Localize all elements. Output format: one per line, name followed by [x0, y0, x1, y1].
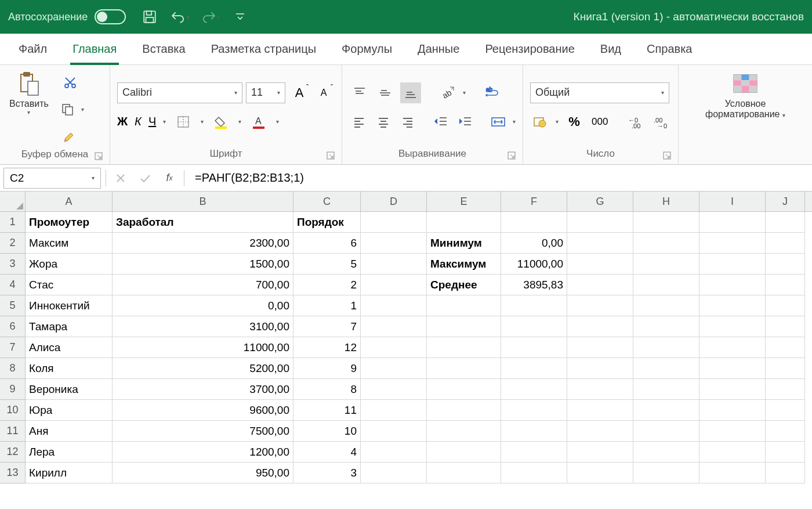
cell[interactable] [699, 400, 766, 421]
cell[interactable] [361, 295, 427, 316]
cell[interactable] [427, 212, 501, 233]
dialog-launcher-icon[interactable] [507, 151, 516, 160]
cell[interactable] [766, 233, 805, 254]
align-bottom-button[interactable] [400, 82, 421, 103]
merge-button[interactable] [488, 111, 508, 132]
cell[interactable] [567, 212, 633, 233]
cell[interactable]: 6 [293, 233, 361, 254]
cell[interactable] [501, 379, 567, 400]
row-header[interactable]: 8 [0, 358, 26, 379]
row-header[interactable]: 13 [0, 463, 26, 483]
cell[interactable] [633, 379, 699, 400]
row-header[interactable]: 11 [0, 421, 26, 442]
cell[interactable] [361, 212, 427, 233]
cell[interactable]: Заработал [113, 212, 293, 233]
cell[interactable] [427, 421, 501, 442]
cell[interactable] [501, 316, 567, 337]
accounting-format-button[interactable] [530, 111, 550, 132]
tab-главная[interactable]: Главная [60, 34, 129, 65]
cell[interactable]: 3100,00 [113, 316, 293, 337]
undo-icon[interactable]: ▾ [170, 7, 190, 27]
cell[interactable]: 11000,00 [113, 337, 293, 358]
wrap-text-button[interactable]: ab [482, 82, 503, 103]
cell[interactable] [766, 316, 805, 337]
cell[interactable] [633, 295, 699, 316]
increase-decimal-button[interactable]: ←0.00 [626, 111, 646, 132]
row-header[interactable]: 12 [0, 442, 26, 463]
cell[interactable]: 8 [293, 379, 361, 400]
cell[interactable]: 2300,00 [113, 233, 293, 254]
cell[interactable] [427, 337, 501, 358]
cell[interactable]: 11000,00 [501, 254, 567, 275]
enter-formula-button[interactable] [135, 168, 155, 188]
cell[interactable] [633, 400, 699, 421]
increase-indent-button[interactable] [455, 111, 475, 132]
cell[interactable]: 7500,00 [113, 421, 293, 442]
italic-button[interactable]: К [135, 115, 142, 128]
underline-button[interactable]: Ч [148, 115, 156, 128]
chevron-down-icon[interactable]: ▾ [513, 118, 516, 125]
cell[interactable]: Лера [26, 442, 113, 463]
cell[interactable] [766, 212, 805, 233]
chevron-down-icon[interactable]: ▾ [556, 118, 559, 125]
decrease-decimal-button[interactable]: .00→0 [651, 111, 671, 132]
cell[interactable] [699, 295, 766, 316]
cell[interactable] [699, 212, 766, 233]
column-header[interactable]: G [567, 192, 633, 211]
cell[interactable] [361, 400, 427, 421]
cell[interactable] [567, 358, 633, 379]
align-top-button[interactable] [349, 82, 370, 103]
cell[interactable]: 700,00 [113, 275, 293, 295]
chevron-down-icon[interactable]: ▾ [463, 89, 466, 96]
column-header[interactable]: H [633, 192, 699, 211]
row-header[interactable]: 10 [0, 400, 26, 421]
row-header[interactable]: 6 [0, 316, 26, 337]
cell[interactable] [361, 442, 427, 463]
percent-button[interactable]: % [564, 111, 584, 132]
cell[interactable] [501, 212, 567, 233]
cell[interactable] [766, 421, 805, 442]
cell[interactable]: Кирилл [26, 463, 113, 483]
shrink-font-button[interactable]: Aˇ [313, 82, 334, 103]
cell[interactable]: Вероника [26, 379, 113, 400]
align-left-button[interactable] [349, 111, 369, 132]
cut-button[interactable] [60, 72, 81, 93]
font-color-button[interactable]: A [248, 111, 269, 132]
cell[interactable]: 3700,00 [113, 379, 293, 400]
cell[interactable] [766, 295, 805, 316]
cell[interactable]: 10 [293, 421, 361, 442]
cell[interactable] [427, 379, 501, 400]
cell[interactable] [699, 254, 766, 275]
cell[interactable] [427, 316, 501, 337]
font-name-combo[interactable]: Calibri▾ [117, 82, 242, 103]
cell[interactable] [427, 358, 501, 379]
cell[interactable] [361, 316, 427, 337]
row-header[interactable]: 7 [0, 337, 26, 358]
cell[interactable] [567, 421, 633, 442]
decrease-indent-button[interactable] [431, 111, 451, 132]
chevron-down-icon[interactable]: ▾ [163, 118, 166, 125]
tab-разметка страницы[interactable]: Разметка страницы [198, 34, 329, 65]
cell[interactable] [633, 463, 699, 483]
cell[interactable] [501, 400, 567, 421]
cell[interactable] [766, 254, 805, 275]
column-header[interactable]: B [113, 192, 293, 211]
cell[interactable] [567, 316, 633, 337]
autosave-toggle[interactable] [95, 9, 126, 24]
format-painter-button[interactable] [60, 125, 81, 146]
cell[interactable] [633, 254, 699, 275]
paste-button[interactable]: Вставить ▾ [5, 68, 53, 118]
cell[interactable] [567, 400, 633, 421]
cell[interactable]: 9600,00 [113, 400, 293, 421]
cell[interactable]: 950,00 [113, 463, 293, 483]
conditional-formatting-button[interactable]: Условное форматирование ▾ [701, 68, 790, 122]
cell[interactable] [699, 379, 766, 400]
cell[interactable] [361, 233, 427, 254]
number-format-combo[interactable]: Общий▾ [530, 82, 669, 103]
cell[interactable] [567, 295, 633, 316]
row-header[interactable]: 1 [0, 212, 26, 233]
cell[interactable]: Алиса [26, 337, 113, 358]
row-header[interactable]: 2 [0, 233, 26, 254]
fill-color-button[interactable] [211, 111, 231, 132]
cell[interactable]: 1200,00 [113, 442, 293, 463]
